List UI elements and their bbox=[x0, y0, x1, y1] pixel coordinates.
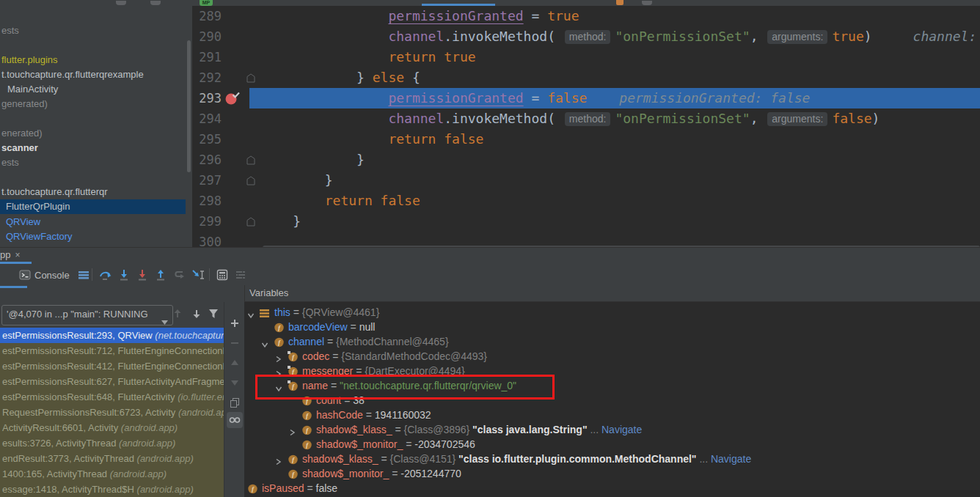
inline-debugger-value: permissionGranted: false bbox=[619, 90, 810, 106]
navigate-link[interactable]: Navigate bbox=[711, 453, 751, 465]
fold-marker-icon[interactable] bbox=[246, 175, 255, 188]
variable-name: codec = {StandardMethodCodec@4493} bbox=[302, 349, 487, 364]
editor-line[interactable]: 298 return false bbox=[0, 191, 980, 211]
stack-frame-row[interactable]: 1400:165, ActivityThread (android.app) bbox=[0, 466, 224, 482]
duplicate-icon[interactable] bbox=[227, 394, 243, 411]
stack-frame-row[interactable]: estPermissionsResult:412, FlutterEngineC… bbox=[0, 358, 224, 374]
kotlin-file-icon bbox=[351, 0, 359, 5]
run-to-cursor-icon[interactable] bbox=[191, 268, 205, 282]
kotlin-file-icon bbox=[873, 0, 882, 5]
stack-frame-row[interactable]: estPermissionsResult:293, QRView (net.to… bbox=[0, 328, 224, 343]
fold-marker-icon[interactable] bbox=[246, 73, 255, 86]
step-into-icon[interactable] bbox=[117, 268, 131, 282]
variable-row[interactable]: fhashCode = 1941160032 bbox=[244, 408, 980, 422]
frame-package: (android.app) bbox=[110, 468, 167, 479]
debug-session-tab[interactable]: pp× bbox=[0, 249, 20, 262]
frame-package: (android.app) bbox=[119, 438, 175, 449]
line-number[interactable]: 299 bbox=[192, 211, 222, 232]
frame-text: 1400:165, ActivityThread bbox=[2, 468, 110, 479]
kotlin-file-icon bbox=[756, 0, 764, 5]
editor-line[interactable]: 291 return true bbox=[0, 47, 980, 67]
code-text: permissionGranted = true bbox=[261, 6, 579, 26]
frame-package: (io.flutter.em bbox=[178, 391, 224, 402]
editor-line[interactable]: 294 channel.invokeMethod( method:"onPerm… bbox=[0, 108, 980, 129]
variable-row[interactable]: fshadow$_klass_ = {Class@3896} "class ja… bbox=[244, 422, 980, 437]
parameter-hint-chip: arguments: bbox=[767, 30, 827, 44]
line-number[interactable]: 295 bbox=[192, 129, 222, 150]
variable-row[interactable]: fcodec = {StandardMethodCodec@4493} bbox=[244, 349, 980, 364]
evaluate-expression-icon[interactable] bbox=[215, 268, 230, 282]
stack-frame-row[interactable]: endResult:3773, ActivityThread (android.… bbox=[0, 451, 224, 466]
variable-name: shadow$_monitor_ = -2051244770 bbox=[302, 466, 461, 481]
variable-row[interactable]: fbarcodeView = null bbox=[244, 320, 980, 334]
editor-line[interactable]: 289 permissionGranted = true bbox=[0, 6, 980, 26]
line-number[interactable]: 292 bbox=[192, 67, 222, 88]
force-step-into-icon[interactable] bbox=[135, 268, 150, 282]
tab-console-label: Console bbox=[34, 270, 70, 281]
add-watch-icon[interactable] bbox=[227, 315, 243, 331]
stack-frame-row[interactable]: essage:1418, ActivityThread$H (android.a… bbox=[0, 482, 224, 497]
line-number[interactable]: 296 bbox=[192, 150, 222, 170]
breakpoint-icon[interactable] bbox=[224, 91, 242, 108]
stack-frame-row[interactable]: esults:3726, ActivityThread (android.app… bbox=[0, 435, 224, 451]
stack-frame-row[interactable]: RequestPermissionsResult:6723, Activity … bbox=[0, 405, 224, 420]
editor-line[interactable]: 290 channel.invokeMethod( method:"onPerm… bbox=[0, 26, 980, 47]
stack-frame-row[interactable]: estPermissionsResult:712, FlutterEngineC… bbox=[0, 343, 224, 358]
toolbar-separator bbox=[92, 268, 92, 281]
stack-frame-row[interactable]: estPermissionsResult:648, FlutterActivit… bbox=[0, 389, 224, 405]
threads-view-icon[interactable] bbox=[76, 268, 91, 282]
navigate-link[interactable]: Navigate bbox=[601, 424, 642, 435]
close-icon[interactable]: × bbox=[15, 250, 20, 260]
code-text: permissionGranted = falsepermissionGrant… bbox=[261, 88, 810, 108]
thread-selector-dropdown[interactable]: '@4,070 in ...p "main": RUNNING bbox=[1, 305, 173, 325]
line-number[interactable]: 290 bbox=[192, 26, 222, 47]
parameter-hint-chip: arguments: bbox=[767, 112, 827, 126]
editor-line[interactable]: 293 permissionGranted = falsepermissionG… bbox=[0, 88, 980, 108]
line-number[interactable]: 294 bbox=[192, 108, 222, 129]
variable-name: channel = {MethodChannel@4465} bbox=[288, 334, 449, 349]
next-frame-button[interactable] bbox=[189, 306, 204, 321]
editor-line[interactable]: 297 } bbox=[0, 170, 980, 191]
variable-name: shadow$_monitor_ = -2034702546 bbox=[316, 437, 475, 452]
editor-line[interactable]: 292 } else { bbox=[0, 67, 980, 88]
variable-row[interactable]: this = {QRView@4461} bbox=[244, 305, 980, 320]
toolbar-icon bbox=[116, 1, 126, 5]
remove-watch-icon bbox=[227, 335, 243, 351]
step-over-icon[interactable] bbox=[98, 268, 112, 282]
debugger-toolbar: Console bbox=[0, 264, 980, 285]
line-number[interactable]: 291 bbox=[192, 47, 222, 67]
editor-line[interactable]: 299 } bbox=[0, 211, 980, 232]
fold-marker-icon[interactable] bbox=[246, 216, 255, 229]
code-text: } bbox=[261, 211, 301, 232]
prev-frame-button[interactable] bbox=[170, 306, 185, 321]
line-number[interactable]: 293 bbox=[192, 88, 222, 108]
filter-icon[interactable] bbox=[206, 306, 221, 321]
tab-console[interactable]: Console bbox=[19, 267, 70, 283]
editor-line[interactable]: 295 return false bbox=[0, 129, 980, 150]
kotlin-file-icon bbox=[389, 0, 398, 5]
step-out-icon[interactable] bbox=[153, 268, 168, 282]
fold-marker-icon[interactable] bbox=[246, 155, 255, 168]
variable-row[interactable]: fisPaused = false bbox=[244, 481, 980, 496]
line-number[interactable]: 289 bbox=[192, 6, 222, 26]
parameter-hint-chip: method: bbox=[565, 112, 611, 126]
debug-session-tab-label: pp bbox=[0, 249, 10, 260]
parameter-hint-chip: method: bbox=[565, 30, 611, 44]
stack-frame-row[interactable]: ActivityResult:6601, Activity (android.a… bbox=[0, 420, 224, 435]
chevron-down-icon bbox=[161, 313, 168, 325]
line-number[interactable]: 297 bbox=[192, 170, 222, 191]
variable-row[interactable]: fshadow$_monitor_ = -2051244770 bbox=[244, 466, 980, 481]
line-number[interactable]: 298 bbox=[192, 191, 222, 211]
stack-frame-row[interactable]: estPermissionsResult:627, FlutterActivit… bbox=[0, 374, 224, 389]
show-watches-icon[interactable] bbox=[227, 412, 243, 428]
frame-text: ActivityResult:6601, Activity bbox=[2, 422, 121, 433]
toolbar-separator bbox=[209, 268, 210, 281]
ide-window: MP estsflutter.pluginst.touchcapture.qr.… bbox=[0, 0, 980, 497]
editor-line[interactable]: 296 } bbox=[0, 150, 980, 170]
variable-row[interactable]: fchannel = {MethodChannel@4465} bbox=[244, 334, 980, 349]
frame-text: estPermissionsResult:712, FlutterEngineC… bbox=[2, 345, 224, 356]
variable-row[interactable]: fshadow$_monitor_ = -2034702546 bbox=[244, 437, 980, 452]
variable-row[interactable]: fshadow$_klass_ = {Class@4151} "class io… bbox=[244, 452, 980, 466]
kotlin-file-icon bbox=[513, 0, 522, 5]
frame-package: (android.ap bbox=[178, 407, 224, 418]
